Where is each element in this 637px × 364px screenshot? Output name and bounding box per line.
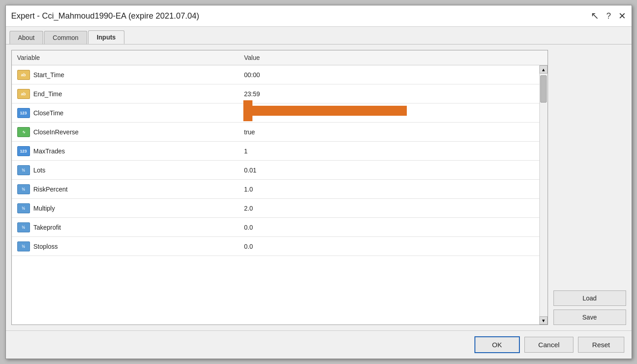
variable-name: Stoploss — [34, 243, 58, 250]
scroll-up-button[interactable]: ▲ — [539, 65, 548, 74]
cell-value: true — [239, 125, 539, 139]
table-row[interactable]: ½ Multiply 2.0 — [12, 199, 539, 218]
tab-common[interactable]: Common — [44, 31, 87, 44]
cell-value: 23:59 — [239, 87, 539, 101]
cell-variable: ab End_Time — [12, 85, 239, 103]
reset-button[interactable]: Reset — [578, 337, 624, 353]
cell-variable: ½ Lots — [12, 162, 239, 179]
scroll-down-button[interactable]: ▼ — [539, 316, 548, 325]
variable-name: Takeprofit — [34, 224, 61, 231]
dialog: Expert - Cci_Mahmoud1990-EA (expire 2021… — [5, 5, 632, 359]
table-row[interactable]: ½ RiskPercent 1.0 — [12, 180, 539, 199]
tab-about[interactable]: About — [10, 31, 44, 44]
cell-value: 1.0 — [239, 182, 539, 197]
title-bar-controls: ↖ ? ✕ — [591, 10, 626, 22]
table-row[interactable]: ½ Stoploss 0.0 — [12, 237, 539, 256]
cell-variable: ab Start_Time — [12, 66, 239, 84]
scrollbar[interactable]: ▲ ▼ — [539, 65, 548, 325]
variable-name: CloseTime — [34, 109, 64, 117]
cell-value: 0.01 — [239, 163, 539, 177]
ok-button[interactable]: OK — [474, 336, 520, 353]
column-header-variable: Variable — [12, 50, 239, 65]
table-row[interactable]: 123 MaxTrades 1 — [12, 142, 539, 161]
type-ab-icon: ab — [17, 70, 30, 80]
cell-value: 999 — [239, 106, 539, 120]
cell-value: 0.0 — [239, 239, 539, 254]
table-row[interactable]: ∿ CloseInReverse true — [12, 123, 539, 142]
cell-variable: ½ Stoploss — [12, 238, 239, 255]
cell-variable: 123 CloseTime — [12, 104, 239, 122]
table-row[interactable]: ab Start_Time 00:00 — [12, 65, 539, 84]
variable-name: CloseInReverse — [34, 128, 79, 136]
type-ab-icon: ab — [17, 89, 30, 99]
cursor-icon: ↖ — [591, 10, 599, 22]
type-v2-blue-icon: ½ — [17, 165, 30, 175]
cell-value: 2.0 — [239, 201, 539, 216]
table-body: ab Start_Time 00:00 ab End_Time 23:59 — [12, 65, 539, 325]
inputs-table: Variable Value ab Start_Time 00:00 — [11, 50, 548, 325]
cell-variable: ½ Multiply — [12, 200, 239, 217]
table-header: Variable Value — [12, 50, 548, 65]
load-button[interactable]: Load — [553, 290, 626, 306]
close-button[interactable]: ✕ — [618, 10, 626, 21]
column-header-value: Value — [239, 50, 539, 65]
cell-value: 0.0 — [239, 220, 539, 235]
table-row[interactable]: ab End_Time 23:59 — [12, 84, 539, 103]
cell-value: 1 — [239, 144, 539, 158]
help-button[interactable]: ? — [606, 11, 611, 21]
table-row[interactable]: 123 CloseTime 999 — [12, 103, 539, 123]
type-123-icon: 123 — [17, 146, 30, 156]
arrow-annotation — [243, 100, 407, 121]
variable-name: Start_Time — [34, 71, 64, 79]
cancel-button[interactable]: Cancel — [524, 337, 574, 353]
scrollbar-thumb[interactable] — [540, 75, 547, 103]
type-v2-green-icon: ∿ — [17, 127, 30, 137]
variable-name: MaxTrades — [34, 148, 65, 155]
cell-variable: ½ RiskPercent — [12, 181, 239, 198]
type-v2-blue-icon: ½ — [17, 203, 30, 213]
variable-name: Multiply — [34, 205, 55, 212]
type-v2-blue-icon: ½ — [17, 222, 30, 232]
bottom-bar: OK Cancel Reset — [6, 330, 632, 359]
type-123-icon: 123 — [17, 108, 30, 118]
main-content: Variable Value ab Start_Time 00:00 — [6, 44, 632, 330]
save-button[interactable]: Save — [553, 310, 626, 325]
cell-variable: ½ Takeprofit — [12, 219, 239, 236]
type-v2-blue-icon: ½ — [17, 241, 30, 251]
cell-variable: ∿ CloseInReverse — [12, 123, 239, 141]
table-row[interactable]: ½ Takeprofit 0.0 — [12, 218, 539, 237]
table-row[interactable]: ½ Lots 0.01 — [12, 161, 539, 180]
side-buttons: Load Save — [553, 50, 626, 325]
tab-inputs[interactable]: Inputs — [88, 30, 124, 44]
dialog-title: Expert - Cci_Mahmoud1990-EA (expire 2021… — [11, 11, 199, 21]
cell-value: 00:00 — [239, 68, 539, 82]
variable-name: End_Time — [34, 90, 62, 98]
variable-name: RiskPercent — [34, 186, 68, 193]
type-v2-blue-icon: ½ — [17, 184, 30, 194]
variable-name: Lots — [34, 167, 45, 174]
tab-bar: About Common Inputs — [6, 27, 632, 44]
title-bar: Expert - Cci_Mahmoud1990-EA (expire 2021… — [6, 5, 632, 27]
cell-variable: 123 MaxTrades — [12, 143, 239, 160]
